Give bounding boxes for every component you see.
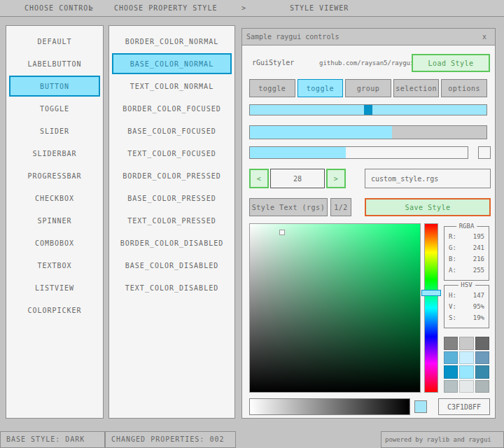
toggle-button[interactable]: options — [441, 79, 487, 97]
close-icon: x — [482, 33, 486, 41]
property-item[interactable]: BASE_COLOR_FOCUSED — [109, 120, 234, 142]
grayscale-bar[interactable] — [249, 398, 410, 415]
rgba-key: B: — [449, 255, 456, 262]
app: CHOOSE CONTROL > CHOOSE PROPERTY STYLE >… — [0, 0, 504, 448]
rgba-value: 216 — [473, 255, 484, 262]
rgba-key: A: — [449, 267, 456, 274]
property-item[interactable]: BORDER_COLOR_FOCUSED — [109, 97, 234, 120]
control-item[interactable]: SLIDER — [6, 120, 103, 142]
slider-bar-fill — [250, 147, 346, 158]
toggle-button[interactable]: group — [345, 79, 391, 97]
control-item[interactable]: COMBOBOX — [6, 232, 103, 254]
hsv-key: S: — [449, 314, 456, 321]
rgba-group: RGBA R: 195 G: 241 B: 216 A: 255 — [444, 226, 489, 281]
property-item[interactable]: TEXT_COLOR_NORMAL — [109, 75, 234, 97]
spinner-increment-button[interactable]: > — [326, 169, 346, 188]
spinner-decrement-button[interactable]: < — [249, 169, 269, 188]
palette-swatch[interactable] — [459, 380, 473, 393]
window-titlebar[interactable]: Sample raygui controls x — [242, 29, 495, 46]
control-item[interactable]: DEFAULT — [6, 30, 103, 52]
control-item[interactable]: TOGGLE — [6, 97, 103, 120]
toggle-button[interactable]: toggle — [249, 79, 295, 97]
breadcrumb-separator-icon: > — [241, 0, 246, 17]
control-item[interactable]: LISTVIEW — [6, 276, 103, 299]
hsv-key: H: — [449, 292, 456, 299]
control-item[interactable]: SLIDERBAR — [6, 142, 103, 164]
palette-swatch[interactable] — [459, 351, 473, 365]
control-item[interactable]: TEXTBOX — [6, 254, 103, 276]
breadcrumb-step-style-viewer: STYLE VIEWER — [290, 0, 349, 17]
control-item[interactable]: PROGRESSBAR — [6, 164, 103, 187]
page-button[interactable]: 1/2 — [330, 198, 351, 216]
slider[interactable] — [249, 104, 487, 115]
toggle-button-active[interactable]: toggle — [298, 79, 344, 97]
controls-list-panel: DEFAULT LABELBUTTON BUTTON TOGGLE SLIDER… — [6, 25, 104, 419]
palette-swatch[interactable] — [459, 365, 473, 379]
palette-swatch[interactable] — [444, 365, 458, 379]
color-sample-swatch — [414, 400, 427, 413]
rgba-key: G: — [449, 244, 456, 251]
status-bar: BASE STYLE: DARK CHANGED PROPERTIES: 002… — [0, 431, 504, 448]
breadcrumb-separator-icon: > — [89, 0, 94, 17]
window-title: Sample raygui controls — [246, 33, 339, 41]
progress-fill — [250, 126, 392, 139]
property-item[interactable]: BORDER_COLOR_NORMAL — [109, 30, 234, 52]
breadcrumb-step-choose-control: CHOOSE CONTROL — [24, 0, 93, 17]
palette-swatch[interactable] — [444, 337, 458, 350]
hue-handle[interactable] — [421, 290, 441, 296]
rgba-value: 255 — [473, 267, 484, 274]
property-item[interactable]: TEXT_COLOR_PRESSED — [109, 209, 234, 232]
spinner-value-box[interactable]: 28 — [270, 169, 325, 188]
palette-swatch[interactable] — [475, 380, 489, 393]
hsv-group-label: HSV — [458, 281, 475, 288]
rgba-group-label: RGBA — [456, 223, 477, 230]
style-text-button[interactable]: Style Text (rgs) — [249, 198, 328, 216]
palette-swatch[interactable] — [444, 351, 458, 365]
property-item[interactable]: BASE_COLOR_DISABLED — [109, 254, 234, 276]
control-item[interactable]: COLORPICKER — [6, 299, 103, 321]
palette-swatch[interactable] — [475, 337, 489, 350]
load-style-button[interactable]: Load Style — [412, 54, 490, 72]
slider-handle[interactable] — [364, 105, 372, 115]
slider-bar[interactable] — [249, 146, 468, 159]
close-button[interactable]: x — [478, 31, 491, 43]
property-item[interactable]: BORDER_COLOR_DISABLED — [109, 232, 234, 254]
toggle-group: toggle toggle group selection options — [249, 79, 487, 97]
rgba-row-b: B: 216 — [444, 253, 489, 265]
hsv-value: 95% — [473, 303, 484, 310]
breadcrumb-bar: CHOOSE CONTROL > CHOOSE PROPERTY STYLE >… — [0, 0, 504, 17]
control-item-selected[interactable]: BUTTON — [9, 76, 100, 97]
rgba-row-a: A: 255 — [444, 265, 489, 276]
status-changed-properties: CHANGED PROPERTIES: 002 — [105, 431, 236, 448]
control-item[interactable]: CHECKBOX — [6, 187, 103, 209]
filename-input[interactable]: custom_style.rgs — [365, 169, 491, 188]
hsv-row-h: H: 147 — [444, 290, 489, 301]
palette-swatch[interactable] — [444, 380, 458, 393]
palette-swatch[interactable] — [475, 365, 489, 379]
rgba-key: R: — [449, 233, 456, 240]
rgba-row-g: G: 241 — [444, 242, 489, 253]
control-item[interactable]: SPINNER — [6, 209, 103, 232]
hsv-value: 147 — [473, 292, 484, 299]
hex-color-input[interactable]: C3F1D8FF — [438, 398, 490, 415]
property-item-selected[interactable]: BASE_COLOR_NORMAL — [112, 53, 232, 74]
property-item[interactable]: BASE_COLOR_PRESSED — [109, 187, 234, 209]
saturation-value-panel[interactable] — [249, 223, 421, 393]
save-style-button[interactable]: Save Style — [365, 198, 491, 216]
checkbox[interactable] — [478, 146, 491, 159]
palette-swatch[interactable] — [459, 337, 473, 350]
brand-label: rGuiStyler — [252, 54, 294, 72]
rgba-row-r: R: 195 — [444, 231, 489, 242]
color-cursor[interactable] — [279, 230, 285, 235]
hue-bar[interactable] — [424, 223, 438, 393]
status-credits: powered by raylib and raygui — [381, 431, 504, 448]
palette-swatch[interactable] — [475, 351, 489, 365]
property-item[interactable]: TEXT_COLOR_DISABLED — [109, 276, 234, 299]
control-item[interactable]: LABELBUTTON — [6, 52, 103, 75]
rgba-value: 241 — [473, 244, 484, 251]
toggle-button[interactable]: selection — [393, 79, 440, 97]
repo-label: github.com/raysan5/raygui — [319, 54, 414, 72]
property-item[interactable]: TEXT_COLOR_FOCUSED — [109, 142, 234, 164]
property-item[interactable]: BORDER_COLOR_PRESSED — [109, 164, 234, 187]
style-viewer-window: Sample raygui controls x rGuiStyler gith… — [241, 28, 496, 419]
